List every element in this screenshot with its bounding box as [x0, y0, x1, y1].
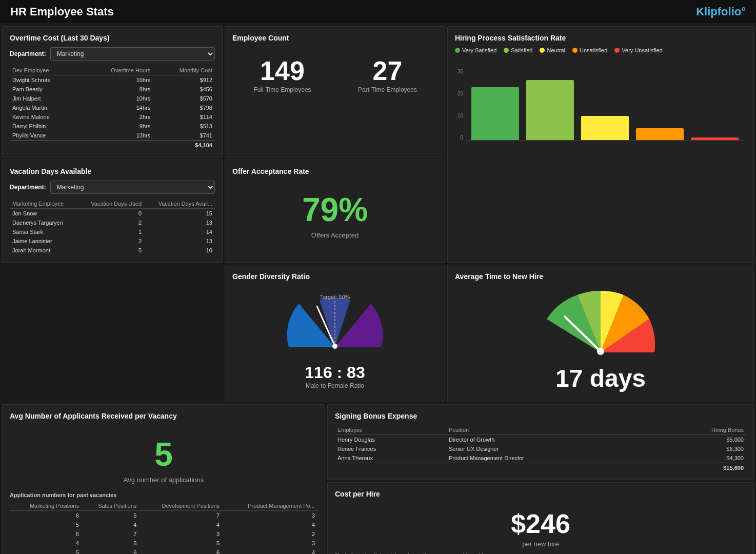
vacation-table: Marketing Employee Vacation Days Used Va… — [10, 199, 215, 255]
table-row: Sansa Stark114 — [10, 227, 215, 236]
part-time-count: 27 — [337, 57, 437, 84]
table-row: 5444 — [10, 520, 317, 529]
overtime-card: Overtime Cost (Last 30 Days) Department:… — [2, 26, 223, 157]
svg-point-4 — [332, 344, 337, 349]
table-row: 6573 — [10, 511, 317, 521]
bar — [636, 128, 684, 140]
vacation-col-employee: Marketing Employee — [10, 199, 77, 209]
offer-acceptance-label: Offers Accepted — [232, 231, 437, 239]
bar — [691, 137, 739, 140]
svg-point-7 — [597, 348, 604, 355]
hire-days-value: 17 days — [455, 364, 746, 392]
offer-acceptance-card: Offer Acceptance Rate 79% Offers Accepte… — [225, 160, 445, 263]
hiring-satisfaction-title: Hiring Process Satisfaction Rate — [455, 34, 746, 42]
table-row: Pam Beesly8hrs$456 — [10, 85, 215, 94]
table-row: 6732 — [10, 529, 317, 539]
table-row: Darryl Philbin9hrs$513 — [10, 122, 215, 131]
hiring-satisfaction-legend: Very SatisfiedSatisfiedNeutralUnsatisfie… — [455, 47, 746, 53]
applicants-card: Avg Number of Applicants Received per Va… — [2, 404, 325, 554]
legend-item: Very Satisfied — [455, 47, 496, 53]
legend-item: Neutral — [540, 47, 565, 53]
vacation-col-avail: Vacation Days Avail... — [144, 199, 215, 209]
gender-ratio-label: Male to Female Ratio — [232, 382, 437, 389]
table-row: Daenerys Targaryen213 — [10, 218, 215, 227]
table-row: 5664 — [10, 548, 317, 554]
table-row: 4553 — [10, 539, 317, 548]
main-grid: Overtime Cost (Last 30 Days) Department:… — [0, 24, 756, 404]
hire-time-gauge-svg: 26 days — [534, 286, 667, 363]
offer-acceptance-title: Offer Acceptance Rate — [232, 167, 437, 175]
table-row: Jon Snow015 — [10, 209, 215, 219]
cost-per-hire-footnote: *Includes advertising, internal recruite… — [335, 552, 746, 554]
applicants-table: Marketing PositionsSales PositionsDevelo… — [10, 501, 317, 554]
part-time-section: 27 Part-Time Employees — [337, 57, 437, 93]
gender-diversity-card: Gender Diversity Ratio Target: — [225, 265, 445, 402]
table-row: Henry DouglasDirector of Growth$5,000 — [335, 435, 746, 445]
overtime-total: $4,104 — [153, 141, 215, 150]
overtime-dept-label: Department: — [10, 50, 46, 57]
avg-time-hire-content: 26 days 17 days — [455, 286, 746, 392]
signing-bonus-card: Signing Bonus Expense Employee Position … — [327, 404, 754, 480]
gender-diversity-gauge: Target: 50% 116 : 83 Male to Female Rati… — [232, 286, 437, 394]
cost-per-hire-title: Cost per Hire — [335, 490, 746, 498]
overtime-title: Overtime Cost (Last 30 Days) — [10, 34, 215, 42]
table-row: Renee FrancesSenior UX Designer$6,300 — [335, 444, 746, 453]
overtime-col-cost: Monthly Cost — [153, 66, 215, 75]
signing-total: $15,600 — [651, 463, 746, 473]
signing-col-employee: Employee — [335, 425, 446, 435]
table-row: Jaime Lannister213 — [10, 236, 215, 246]
signing-col-bonus: Hiring Bonus — [651, 425, 746, 435]
avg-time-hire-title: Average Time to New Hire — [455, 272, 746, 281]
table-row: Angela Martin14hrs$798 — [10, 103, 215, 112]
signing-col-position: Position — [446, 425, 651, 435]
applicants-subtitle: Application numbers for past vacancies — [10, 492, 317, 498]
signing-bonus-title: Signing Bonus Expense — [335, 412, 746, 420]
offer-acceptance-percent: 79% — [232, 181, 437, 231]
bottom-right-section: Signing Bonus Expense Employee Position … — [327, 404, 754, 554]
page-title: HR Employee Stats — [10, 5, 114, 18]
vacation-card: Vacation Days Available Department: Mark… — [2, 160, 223, 263]
table-row: Phyllis Vance13hrs$741 — [10, 131, 215, 141]
cost-per-hire-card: Cost per Hire $246 per new hire *Include… — [327, 482, 754, 554]
hiring-satisfaction-card: Hiring Process Satisfaction Rate Very Sa… — [447, 26, 754, 263]
vacation-dept-select[interactable]: Marketing — [50, 181, 215, 194]
overtime-dept-row: Department: Marketing — [10, 47, 215, 61]
overtime-dept-select[interactable]: Marketing — [50, 47, 215, 61]
employee-count-title: Employee Count — [232, 34, 437, 42]
bar-group — [526, 80, 574, 140]
bar-group — [471, 87, 519, 140]
legend-item: Unsatisfied — [572, 47, 607, 53]
vacation-col-used: Vacation Days Used — [77, 199, 144, 209]
bar — [471, 87, 519, 140]
gender-ratio: 116 : 83 — [232, 363, 437, 382]
vacation-dept-row: Department: Marketing — [10, 181, 215, 194]
applicants-avg-label: Avg number of applications — [10, 476, 317, 484]
hiring-satisfaction-chart: 30 20 10 0 — [455, 58, 746, 141]
table-row: Jorah Mormont510 — [10, 246, 215, 255]
applicants-title: Avg Number of Applicants Received per Va… — [10, 412, 317, 420]
bar-group — [691, 137, 739, 140]
header: HR Employee Stats Klipfolio° — [0, 0, 756, 24]
table-row: Kevine Malone2hrs$114 — [10, 112, 215, 122]
signing-bonus-table: Employee Position Hiring Bonus Henry Dou… — [335, 425, 746, 472]
bar-group — [636, 128, 684, 140]
full-time-label: Full-Time Employees — [232, 86, 332, 93]
overtime-col-hours: Overtime Hours — [81, 66, 153, 75]
avg-time-hire-card: Average Time to New Hire 26 days 17 days — [447, 265, 754, 402]
employee-count-grid: 149 Full-Time Employees 27 Part-Time Emp… — [232, 47, 437, 104]
table-row: Jim Halpert10hrs$570 — [10, 94, 215, 103]
brand-logo: Klipfolio° — [696, 5, 746, 18]
diversity-gauge-svg: Target: 50% — [278, 291, 391, 358]
vacation-dept-label: Department: — [10, 184, 46, 191]
legend-item: Satisfied — [504, 47, 532, 53]
col1-row3-spacer — [2, 265, 223, 402]
bar — [526, 80, 574, 140]
cost-per-hire-label: per new hire — [335, 540, 746, 548]
table-row: Anna TherouxProduct Management Director$… — [335, 453, 746, 463]
table-row: Dwight Schrute16hrs$912 — [10, 75, 215, 85]
employee-count-card: Employee Count 149 Full-Time Employees 2… — [225, 26, 445, 157]
y-axis: 30 20 10 0 — [457, 69, 466, 141]
overtime-table: Dev Employee Overtime Hours Monthly Cost… — [10, 66, 215, 150]
gender-diversity-title: Gender Diversity Ratio — [232, 272, 437, 281]
overtime-col-employee: Dev Employee — [10, 66, 81, 75]
